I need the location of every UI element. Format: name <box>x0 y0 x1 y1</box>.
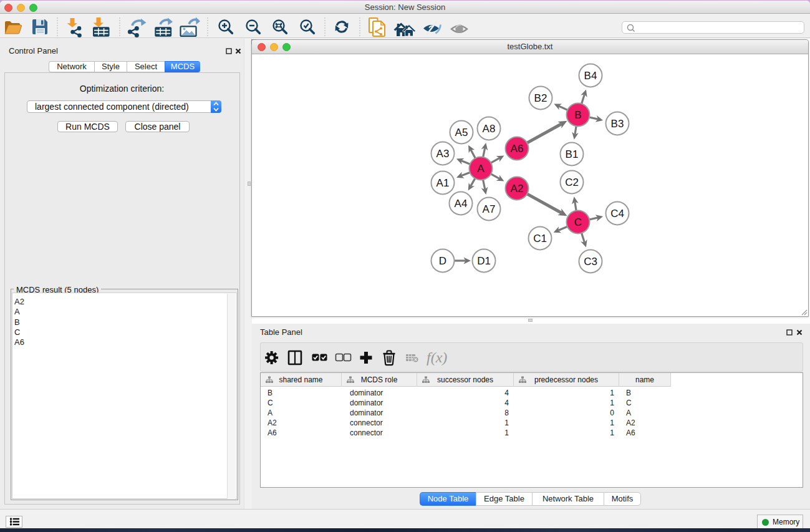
svg-text:B: B <box>574 109 581 121</box>
svg-text:C1: C1 <box>533 233 547 244</box>
svg-text:C2: C2 <box>565 177 579 188</box>
svg-text:C: C <box>574 216 582 228</box>
svg-text:A1: A1 <box>436 177 450 189</box>
svg-text:B1: B1 <box>566 148 579 160</box>
svg-text:B2: B2 <box>534 92 547 104</box>
svg-text:A4: A4 <box>455 198 468 210</box>
svg-text:A6: A6 <box>511 143 524 155</box>
svg-text:A8: A8 <box>483 123 496 135</box>
svg-text:B3: B3 <box>611 118 624 130</box>
svg-text:A7: A7 <box>483 203 496 215</box>
svg-text:D: D <box>439 255 446 267</box>
svg-text:B4: B4 <box>584 70 597 82</box>
svg-text:A: A <box>477 163 485 175</box>
svg-text:D1: D1 <box>477 255 491 267</box>
svg-text:A2: A2 <box>511 183 524 195</box>
svg-text:A5: A5 <box>455 127 468 138</box>
svg-text:A3: A3 <box>436 148 450 160</box>
svg-text:C3: C3 <box>584 256 597 268</box>
svg-text:f(x): f(x) <box>427 349 447 365</box>
svg-text:C4: C4 <box>610 208 624 220</box>
